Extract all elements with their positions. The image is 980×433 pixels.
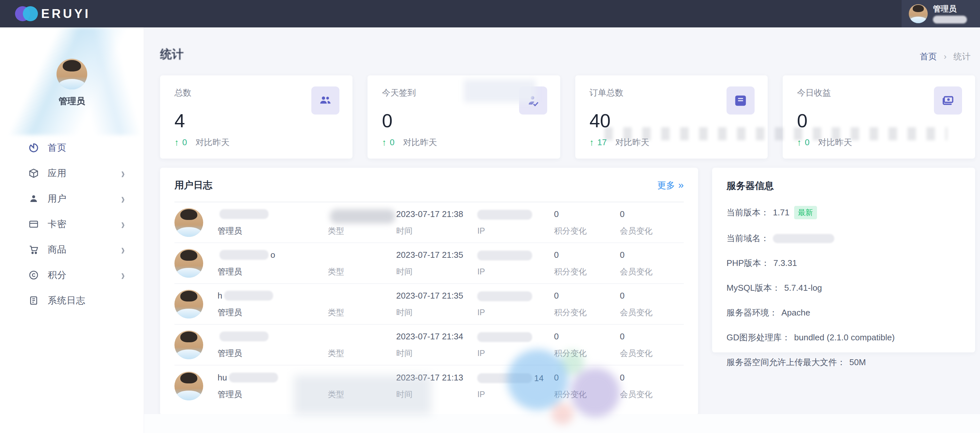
card-icon bbox=[28, 219, 39, 230]
type-label: 类型 bbox=[328, 225, 396, 236]
member-label: 会员变化 bbox=[620, 348, 684, 358]
server-info-item: 服务器空间允许上传最大文件： 50M bbox=[727, 357, 961, 368]
server-info-label: 当前版本： bbox=[727, 207, 769, 218]
user-role: 管理员 bbox=[218, 389, 328, 400]
username-redacted bbox=[220, 331, 269, 341]
stat-card-compare-label: 对比昨天 bbox=[195, 137, 229, 148]
log-time: 2023-07-17 21:38 bbox=[396, 208, 477, 220]
stat-card-today-revenue: 今日收益 0 ↑ 0 对比昨天 bbox=[783, 75, 975, 159]
server-info-label: 服务器空间允许上传最大文件： bbox=[727, 357, 845, 368]
sidebar-item-points[interactable]: 积分 › bbox=[0, 262, 144, 288]
breadcrumb-home[interactable]: 首页 bbox=[920, 52, 937, 61]
stat-card-compare-label: 对比昨天 bbox=[615, 137, 649, 148]
user-log-row[interactable]: hu 管理员 类型 2023-07-17 21:13时间 14IP 0积分变化 … bbox=[175, 365, 684, 406]
sidebar-menu: 首页 应用 › 用户 › 卡密 › 商品 bbox=[0, 135, 144, 313]
stat-card-total-orders: 订单总数 40 ↑ 17 对比昨天 bbox=[575, 75, 768, 159]
server-info-value: 1.71 bbox=[773, 208, 789, 218]
sidebar-item-cards[interactable]: 卡密 › bbox=[0, 211, 144, 237]
sidebar-item-goods[interactable]: 商品 › bbox=[0, 237, 144, 262]
person-icon bbox=[28, 193, 39, 204]
user-avatar bbox=[175, 372, 203, 400]
breadcrumb: 首页 › 统计 bbox=[920, 51, 970, 62]
admin-username-redacted bbox=[933, 16, 967, 24]
admin-meta: 管理员 bbox=[933, 4, 967, 24]
footer-strip bbox=[144, 414, 980, 433]
server-info-panel: 服务器信息 当前版本： 1.71 最新 当前域名： PHP版本： 7.3.31 … bbox=[712, 168, 975, 352]
user-log-row[interactable]: h 管理员 类型 2023-07-17 21:35时间 IP 0积分变化 0会员… bbox=[175, 284, 684, 325]
stat-card-total-users: 总数 4 ↑ 0 对比昨天 bbox=[160, 75, 353, 159]
username-fragment: h bbox=[218, 291, 222, 301]
user-log-title: 用户日志 bbox=[175, 179, 212, 192]
users-icon bbox=[311, 86, 339, 114]
server-info-value: 7.3.31 bbox=[773, 258, 797, 268]
member-change: 0 bbox=[620, 290, 684, 301]
coin-icon bbox=[28, 270, 39, 281]
admin-avatar bbox=[909, 4, 928, 23]
log-time: 2023-07-17 21:34 bbox=[396, 331, 477, 342]
server-info-value: bundled (2.1.0 compatible) bbox=[794, 333, 895, 343]
server-info-value: 5.7.41-log bbox=[784, 283, 822, 293]
server-info-item: 当前域名： bbox=[727, 233, 961, 244]
ip-label: IP bbox=[477, 267, 554, 276]
profile-avatar bbox=[57, 59, 87, 89]
ip-redacted bbox=[477, 373, 532, 383]
user-avatar bbox=[175, 249, 203, 278]
log-file-icon bbox=[28, 295, 39, 306]
member-change: 0 bbox=[620, 331, 684, 342]
server-info-item: PHP版本： 7.3.31 bbox=[727, 257, 961, 269]
log-time: 2023-07-17 21:35 bbox=[396, 249, 477, 260]
server-info-label: GD图形处理库： bbox=[727, 332, 790, 343]
points-change: 0 bbox=[554, 208, 620, 220]
stat-cards-row: 总数 4 ↑ 0 对比昨天 今天签到 0 ↑ 0 对比昨天 订单 bbox=[160, 75, 975, 159]
sidebar: 管理员 首页 应用 › 用户 › 卡密 › bbox=[0, 27, 144, 433]
sidebar-item-label: 应用 bbox=[48, 167, 67, 179]
ip-label: IP bbox=[477, 349, 554, 358]
sidebar-item-syslog[interactable]: 系统日志 bbox=[0, 288, 144, 313]
cube-icon bbox=[28, 168, 39, 179]
user-avatar bbox=[175, 208, 203, 237]
member-label: 会员变化 bbox=[620, 225, 684, 236]
points-change: 0 bbox=[554, 331, 620, 342]
breadcrumb-current: 统计 bbox=[953, 52, 970, 61]
chevron-right-icon: › bbox=[121, 165, 125, 182]
two-circles-logo-icon bbox=[15, 5, 38, 22]
type-label: 类型 bbox=[328, 389, 396, 400]
member-change: 0 bbox=[620, 372, 684, 383]
chevron-right-icon: › bbox=[121, 190, 125, 207]
member-change: 0 bbox=[620, 208, 684, 220]
topbar-user-menu[interactable]: 管理员 bbox=[902, 0, 980, 27]
stat-card-compare-label: 对比昨天 bbox=[818, 137, 852, 148]
points-change: 0 bbox=[554, 249, 620, 260]
server-info-item: MySQL版本： 5.7.41-log bbox=[727, 282, 961, 293]
member-label: 会员变化 bbox=[620, 389, 684, 400]
sidebar-item-label: 用户 bbox=[48, 192, 67, 205]
cart-icon bbox=[28, 244, 39, 255]
user-log-row[interactable]: 管理员 类型 2023-07-17 21:38时间 IP 0积分变化 0会员变化 bbox=[175, 202, 684, 243]
dashboard-icon bbox=[28, 142, 39, 153]
server-info-item: GD图形处理库： bundled (2.1.0 compatible) bbox=[727, 332, 961, 343]
main-content: 统计 首页 › 统计 总数 4 ↑ 0 对比昨天 今天签到 bbox=[144, 27, 980, 433]
time-label: 时间 bbox=[396, 307, 477, 318]
member-change: 0 bbox=[620, 249, 684, 260]
app-logo[interactable]: ERUYI bbox=[15, 5, 91, 22]
arrow-up-icon: ↑ bbox=[382, 137, 387, 148]
ip-label: IP bbox=[477, 308, 554, 317]
sidebar-item-users[interactable]: 用户 › bbox=[0, 186, 144, 211]
stat-card-delta: 17 bbox=[598, 137, 607, 148]
username-redacted bbox=[229, 373, 278, 382]
username-redacted bbox=[220, 209, 269, 219]
server-info-label: 服务器环境： bbox=[727, 307, 778, 319]
sidebar-item-home[interactable]: 首页 bbox=[0, 135, 144, 160]
banknote-icon bbox=[934, 86, 962, 114]
arrow-up-icon: ↑ bbox=[797, 137, 802, 148]
user-role: 管理员 bbox=[218, 225, 328, 236]
stat-card-delta: 0 bbox=[390, 137, 394, 148]
sidebar-item-apps[interactable]: 应用 › bbox=[0, 160, 144, 186]
more-link[interactable]: 更多» bbox=[657, 179, 684, 191]
breadcrumb-separator-icon: › bbox=[944, 52, 947, 61]
user-log-row[interactable]: o 管理员 类型 2023-07-17 21:35时间 IP 0积分变化 0会员… bbox=[175, 243, 684, 284]
user-role: 管理员 bbox=[218, 348, 328, 358]
sidebar-item-label: 积分 bbox=[48, 269, 67, 281]
user-log-row[interactable]: 管理员 类型 2023-07-17 21:34时间 IP 0积分变化 0会员变化 bbox=[175, 325, 684, 365]
points-label: 积分变化 bbox=[554, 348, 620, 358]
